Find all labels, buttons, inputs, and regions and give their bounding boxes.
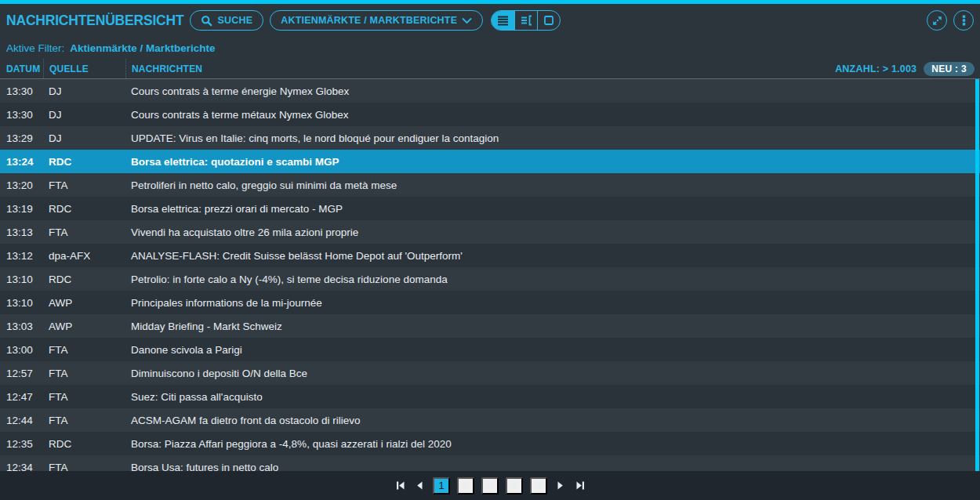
news-source: FTA: [43, 462, 125, 472]
last-page-icon: [575, 480, 586, 491]
first-page-button[interactable]: [394, 479, 406, 493]
page-number[interactable]: 4: [506, 477, 523, 495]
news-headline: Petroliferi in netto calo, greggio sui m…: [125, 179, 980, 191]
column-header-quelle[interactable]: QUELLE: [43, 59, 125, 78]
news-headline: Principales informations de la mi-journé…: [125, 297, 980, 309]
column-header-datum[interactable]: DATUM: [0, 59, 43, 78]
card-view-toggle[interactable]: [537, 11, 560, 30]
news-headline: Borsa elettrica: prezzi orari di mercato…: [125, 203, 980, 215]
news-source: DJ: [43, 85, 125, 97]
page-number[interactable]: 2: [457, 477, 474, 495]
kebab-menu-icon: [962, 15, 966, 27]
news-row[interactable]: 12:35RDCBorsa: Piazza Affari peggiora a …: [0, 432, 980, 455]
news-headline: Borsa: Piazza Affari peggiora a -4,8%, q…: [125, 438, 980, 450]
news-time: 13:00: [0, 344, 43, 356]
news-row[interactable]: 12:34FTABorsa Usa: futures in netto calo: [0, 455, 980, 471]
page-number[interactable]: 3: [481, 477, 499, 495]
last-page-button[interactable]: [574, 479, 586, 493]
news-headline: Borsa elettrica: quotazioni e scambi MGP: [125, 156, 980, 168]
expand-icon: [931, 15, 943, 27]
news-row[interactable]: 13:10AWPPrincipales informations de la m…: [0, 291, 980, 314]
news-source: DJ: [43, 109, 125, 121]
news-time: 13:30: [0, 85, 43, 97]
chevron-down-icon: [462, 17, 472, 24]
news-overview-window: NACHRICHTENÜBERSICHT SUCHE AKTIENMÄRKTE …: [0, 0, 980, 500]
news-row[interactable]: 13:13FTAVivendi ha acquistato oltre 26 m…: [0, 220, 980, 244]
news-time: 12:34: [0, 462, 43, 472]
news-row[interactable]: 13:00FTADanone scivola a Parigi: [0, 338, 980, 361]
news-source: FTA: [43, 391, 125, 403]
list-detail-view-icon: [521, 15, 532, 26]
list-view-icon: [497, 15, 509, 26]
news-headline: Cours contrats à terme énergie Nymex Glo…: [125, 85, 980, 97]
news-time: 12:57: [0, 368, 43, 379]
news-time: 13:24: [0, 156, 43, 168]
view-toggle-group: [491, 10, 561, 31]
news-row[interactable]: 13:30DJCours contrats à terme métaux Nym…: [0, 103, 980, 126]
first-page-icon: [395, 480, 405, 491]
card-view-icon: [543, 15, 554, 26]
search-icon: [201, 15, 212, 27]
previous-page-icon: [416, 480, 423, 491]
news-time: 13:29: [0, 132, 43, 144]
page-number[interactable]: 5: [530, 477, 547, 495]
news-row[interactable]: 13:12dpa-AFXANALYSE-FLASH: Credit Suisse…: [0, 244, 980, 267]
table-header: DATUM QUELLE NACHRICHTEN ANZAHL: > 1.003…: [0, 59, 980, 79]
news-list: 13:30DJCours contrats à terme énergie Ny…: [0, 79, 980, 471]
news-headline: Cours contrats à terme métaux Nymex Glob…: [125, 109, 980, 121]
news-headline: ANALYSE-FLASH: Credit Suisse belässt Hom…: [125, 250, 980, 262]
news-headline: Danone scivola a Parigi: [125, 344, 980, 356]
news-source: RDC: [43, 203, 125, 215]
category-dropdown-label: AKTIENMÄRKTE / MARKTBERICHTE: [281, 15, 457, 26]
news-row[interactable]: 13:30DJCours contrats à terme énergie Ny…: [0, 79, 980, 103]
header-bar: NACHRICHTENÜBERSICHT SUCHE AKTIENMÄRKTE …: [0, 4, 980, 37]
next-page-button[interactable]: [554, 479, 567, 493]
news-row[interactable]: 12:47FTASuez: Citi passa all'acquisto: [0, 385, 980, 408]
news-time: 13:10: [0, 297, 43, 309]
news-row[interactable]: 12:44FTAACSM-AGAM fa dietro front da ost…: [0, 408, 980, 432]
news-time: 13:03: [0, 321, 43, 332]
news-headline: Vivendi ha acquistato oltre 26 mila azio…: [125, 226, 980, 238]
vertical-scrollbar[interactable]: [975, 79, 979, 471]
pagination-bar: 12345: [0, 471, 980, 500]
page-number-active[interactable]: 1: [433, 477, 450, 495]
active-filter-label: Aktive Filter:: [6, 42, 64, 54]
news-source: FTA: [43, 344, 125, 356]
news-row-selected[interactable]: 13:24RDCBorsa elettrica: quotazioni e sc…: [0, 150, 980, 173]
list-view-toggle[interactable]: [492, 11, 514, 30]
previous-page-button[interactable]: [413, 479, 426, 493]
news-source: RDC: [43, 274, 125, 285]
more-options-button[interactable]: [953, 10, 974, 31]
news-time: 13:10: [0, 274, 43, 285]
new-items-badge[interactable]: NEU : 3: [924, 62, 975, 76]
list-detail-view-toggle[interactable]: [514, 11, 537, 30]
news-headline: Diminuiscono i depositi O/N della Bce: [125, 368, 980, 379]
page-title: NACHRICHTENÜBERSICHT: [6, 13, 183, 29]
news-row[interactable]: 13:19RDCBorsa elettrica: prezzi orari di…: [0, 197, 980, 220]
news-time: 13:12: [0, 250, 43, 262]
news-source: AWP: [43, 321, 125, 332]
news-source: RDC: [43, 438, 125, 450]
news-time: 12:44: [0, 415, 43, 426]
news-source: FTA: [43, 415, 125, 426]
news-row[interactable]: 13:03AWPMidday Briefing - Markt Schweiz: [0, 314, 980, 338]
expand-button[interactable]: [927, 10, 947, 31]
news-headline: Petrolio: in forte calo a Ny (-4%), si t…: [125, 274, 980, 285]
news-source: FTA: [43, 179, 125, 191]
news-source: dpa-AFX: [43, 250, 125, 262]
news-time: 13:13: [0, 226, 43, 238]
news-time: 13:30: [0, 109, 43, 121]
news-row[interactable]: 13:29DJUPDATE: Virus en Italie: cinq mor…: [0, 126, 980, 150]
result-count-label: ANZAHL: > 1.003: [835, 59, 924, 78]
column-header-nachrichten[interactable]: NACHRICHTEN: [125, 59, 835, 78]
news-row[interactable]: 13:20FTAPetroliferi in netto calo, gregg…: [0, 173, 980, 197]
active-filter-value[interactable]: Aktienmärkte / Marktberichte: [70, 42, 215, 54]
news-headline: UPDATE: Virus en Italie: cinq morts, le …: [125, 132, 980, 144]
category-dropdown[interactable]: AKTIENMÄRKTE / MARKTBERICHTE: [270, 10, 483, 31]
news-source: DJ: [43, 132, 125, 144]
news-row[interactable]: 13:10RDCPetrolio: in forte calo a Ny (-4…: [0, 267, 980, 291]
news-row[interactable]: 12:57FTADiminuiscono i depositi O/N dell…: [0, 361, 980, 385]
news-time: 13:20: [0, 179, 43, 191]
news-headline: Midday Briefing - Markt Schweiz: [125, 321, 980, 332]
search-button[interactable]: SUCHE: [190, 10, 263, 31]
